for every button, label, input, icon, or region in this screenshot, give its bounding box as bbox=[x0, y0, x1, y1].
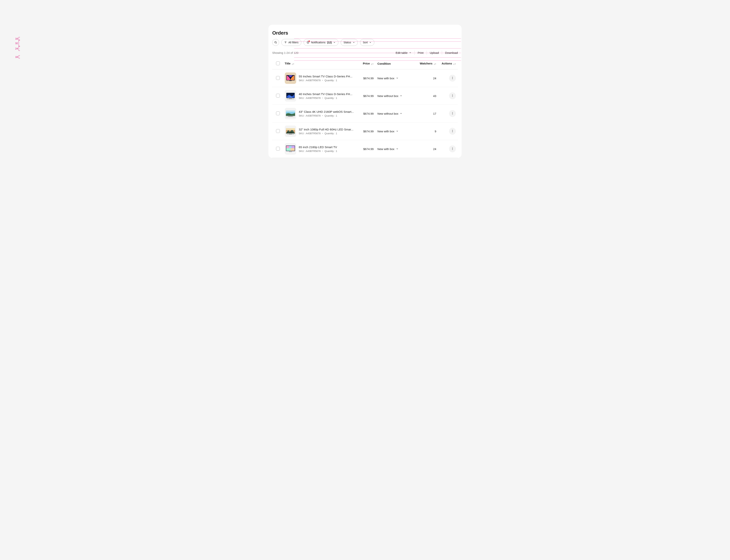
svg-rect-21 bbox=[288, 116, 293, 117]
condition-value: New with box bbox=[377, 77, 394, 80]
svg-point-32 bbox=[452, 130, 453, 130]
product-thumbnail bbox=[285, 126, 296, 137]
column-header-watchers[interactable]: Watchers↓↑ bbox=[414, 58, 438, 69]
row-actions-menu[interactable] bbox=[449, 75, 456, 82]
row-actions-menu[interactable] bbox=[449, 92, 456, 99]
row-checkbox[interactable] bbox=[276, 76, 280, 80]
svg-rect-14 bbox=[287, 99, 294, 99]
chevron-down-icon bbox=[409, 51, 411, 54]
svg-point-23 bbox=[452, 112, 453, 113]
svg-point-44 bbox=[452, 148, 453, 149]
bell-icon bbox=[307, 41, 310, 44]
row-checkbox[interactable] bbox=[276, 129, 280, 133]
condition-value: New with box bbox=[377, 130, 394, 133]
sort-icon: ↓↑ bbox=[292, 62, 294, 65]
svg-point-25 bbox=[452, 114, 453, 114]
watchers-count: 24 bbox=[414, 140, 438, 158]
condition-value: New with box bbox=[377, 147, 394, 151]
product-price: $674.99 bbox=[358, 69, 375, 87]
table-row: 65 inch 2160p LED Smart TV SKU : A43BTR5… bbox=[272, 140, 458, 158]
svg-rect-13 bbox=[289, 98, 292, 99]
product-title[interactable]: 43" Class 4K UHD 2160P webOS Smart... bbox=[299, 110, 354, 114]
product-title[interactable]: 40 Inches Smart TV Class D-Series FH... bbox=[299, 92, 353, 96]
condition-dropdown[interactable]: New without box bbox=[377, 94, 402, 98]
condition-dropdown[interactable]: New with box bbox=[377, 77, 398, 80]
product-sku: SKU : A43BTR5678 bbox=[299, 132, 321, 135]
print-button[interactable]: Print bbox=[414, 51, 426, 55]
product-sku: SKU : A43BTR5678 bbox=[299, 97, 321, 99]
upload-button[interactable]: Upload bbox=[426, 51, 442, 55]
svg-point-0 bbox=[275, 41, 277, 43]
svg-rect-30 bbox=[289, 134, 292, 134]
product-title[interactable]: 32" inch 1080p Full HD 60Hz LED Smar... bbox=[299, 128, 354, 131]
spacing-annotation: 32 bbox=[15, 42, 18, 45]
row-actions-menu[interactable] bbox=[449, 110, 456, 117]
search-button[interactable] bbox=[272, 39, 279, 46]
column-header-price[interactable]: Price↓↑ bbox=[358, 58, 375, 69]
watchers-count: 9 bbox=[414, 122, 438, 140]
chevron-down-icon bbox=[396, 77, 398, 80]
product-thumbnail bbox=[285, 72, 296, 84]
svg-rect-39 bbox=[292, 146, 295, 148]
column-header-actions[interactable]: Actions↓↑ bbox=[438, 58, 458, 69]
column-title-label: Title bbox=[285, 62, 291, 65]
column-header-title[interactable]: Title↓↑ bbox=[283, 58, 358, 69]
svg-rect-37 bbox=[286, 146, 289, 148]
row-actions-menu[interactable] bbox=[449, 128, 456, 135]
product-title[interactable]: 55 Inches Smart TV Class D-Series FH... bbox=[299, 75, 353, 78]
edit-table-button[interactable]: Edit table bbox=[392, 51, 414, 55]
sort-icon: ↓↑ bbox=[371, 62, 373, 65]
column-watchers-label: Watchers bbox=[420, 62, 432, 65]
row-checkbox[interactable] bbox=[276, 94, 280, 98]
chevron-down-icon bbox=[396, 147, 398, 151]
sort-icon: ↓↑ bbox=[453, 62, 456, 65]
product-quantity: Quantity : 1 bbox=[325, 79, 337, 82]
svg-point-24 bbox=[452, 113, 453, 113]
product-quantity: Quantity : 1 bbox=[325, 114, 337, 117]
condition-dropdown[interactable]: New with box bbox=[377, 147, 398, 151]
svg-rect-22 bbox=[286, 117, 295, 117]
svg-point-15 bbox=[452, 95, 453, 95]
separator-dot: • bbox=[322, 79, 323, 82]
notifications-button[interactable]: Notifications (12) bbox=[304, 39, 339, 46]
page-title: Orders bbox=[272, 30, 458, 36]
product-quantity: Quantity : 1 bbox=[325, 150, 337, 153]
orders-table: Title↓↑ Price↓↑ Condition Watchers↓↑ Act… bbox=[272, 58, 458, 158]
svg-point-8 bbox=[452, 77, 453, 77]
row-checkbox[interactable] bbox=[276, 147, 280, 151]
table-row: 40 Inches Smart TV Class D-Series FH... … bbox=[272, 87, 458, 105]
spacing-annotation: 16 bbox=[15, 56, 18, 58]
download-button[interactable]: Download bbox=[442, 51, 458, 55]
notification-badge-dot bbox=[309, 41, 310, 42]
select-all-checkbox[interactable] bbox=[276, 61, 280, 65]
svg-rect-41 bbox=[291, 148, 295, 151]
svg-point-33 bbox=[452, 131, 453, 131]
product-sku: SKU : A43BTR5678 bbox=[299, 79, 321, 82]
status-filter-button[interactable]: Status bbox=[341, 39, 358, 46]
all-filters-button[interactable]: All filters bbox=[281, 39, 301, 46]
table-row: 32" inch 1080p Full HD 60Hz LED Smar... … bbox=[272, 122, 458, 140]
product-sku: SKU : A43BTR5678 bbox=[299, 114, 321, 117]
chevron-down-icon bbox=[400, 94, 402, 98]
svg-rect-42 bbox=[289, 152, 292, 152]
row-actions-menu[interactable] bbox=[449, 145, 456, 152]
svg-point-43 bbox=[452, 148, 453, 148]
condition-value: New without box bbox=[377, 112, 398, 115]
column-price-label: Price bbox=[363, 62, 370, 65]
kebab-icon bbox=[451, 129, 454, 133]
separator-dot: • bbox=[322, 114, 323, 117]
condition-dropdown[interactable]: New with box bbox=[377, 130, 398, 133]
svg-rect-20 bbox=[286, 110, 295, 112]
svg-point-29 bbox=[293, 129, 294, 130]
meta-bar: Showing 1-24 of 120 Edit table Print Upl… bbox=[272, 50, 458, 55]
row-checkbox[interactable] bbox=[276, 111, 280, 115]
svg-point-45 bbox=[452, 149, 453, 150]
svg-point-10 bbox=[452, 79, 453, 79]
sort-button[interactable]: Sort bbox=[360, 39, 374, 46]
product-title[interactable]: 65 inch 2160p LED Smart TV bbox=[299, 145, 337, 149]
chevron-down-icon bbox=[396, 130, 398, 133]
svg-rect-7 bbox=[289, 80, 292, 81]
product-price: $674.99 bbox=[358, 122, 375, 140]
kebab-icon bbox=[451, 94, 454, 98]
condition-dropdown[interactable]: New without box bbox=[377, 112, 402, 115]
